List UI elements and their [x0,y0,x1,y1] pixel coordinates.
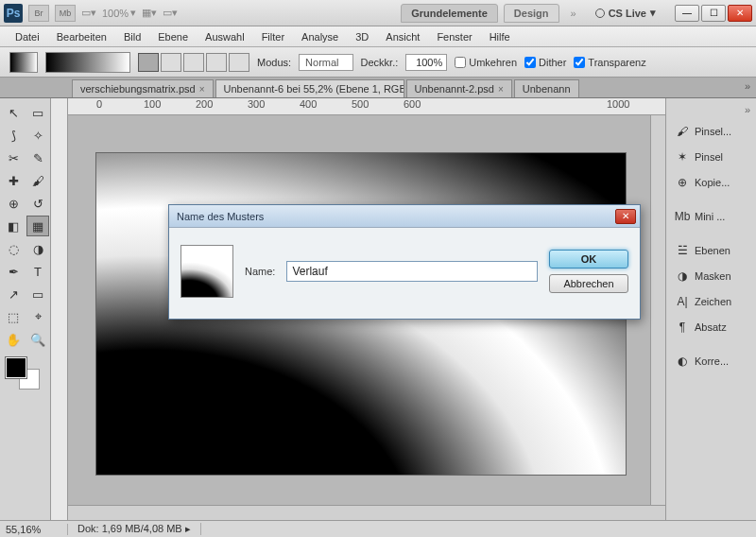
scrollbar-vertical[interactable] [650,115,665,505]
cslive-button[interactable]: CS Live ▾ [588,7,663,19]
menu-ebene[interactable]: Ebene [150,29,196,44]
panel-pinsel-preset[interactable]: 🖌Pinsel... [670,120,752,143]
menu-bearbeiten[interactable]: Bearbeiten [49,29,114,44]
panel-masken[interactable]: ◑Masken [670,265,752,287]
ruler-tick: 600 [404,98,421,110]
panel-zeichen[interactable]: A|Zeichen [670,290,752,313]
eyedropper-tool[interactable]: ✎ [26,147,49,168]
heal-tool[interactable]: ✚ [2,170,25,191]
tool-preset-dropdown[interactable] [9,52,38,73]
menu-analyse[interactable]: Analyse [294,29,346,44]
pen-tool[interactable]: ✒ [2,261,25,282]
doc-tab-0[interactable]: verschiebungsmatrix.psd× [72,79,214,97]
stamp-tool[interactable]: ⊕ [2,193,25,214]
doc-tab-3[interactable]: Unbenann [514,79,579,97]
type-tool[interactable]: T [26,261,49,282]
minibridge-icon[interactable]: Mb [55,5,76,22]
camera-tool[interactable]: ⌖ [26,306,49,327]
gradient-angle-button[interactable] [183,53,204,72]
pattern-name-input[interactable] [286,261,538,282]
history-brush-tool[interactable]: ↺ [26,193,49,214]
brush-tool[interactable]: 🖌 [26,170,49,191]
transparenz-checkbox[interactable]: Transparenz [574,57,645,68]
zoom-tool[interactable]: 🔍 [26,329,49,350]
menu-bild[interactable]: Bild [116,29,148,44]
menu-filter[interactable]: Filter [254,29,292,44]
panel-label: Mini ... [695,211,725,222]
workspace-more-icon[interactable]: » [565,8,582,19]
modus-select[interactable]: Normal [299,54,352,71]
workspace-tab-grundelemente[interactable]: Grundelemente [401,4,498,23]
doc-tab-1[interactable]: Unbenannt-6 bei 55,2% (Ebene 1, RGB/8) *… [215,79,404,97]
dialog-close-button[interactable]: ✕ [615,209,636,224]
shape-tool[interactable]: ▭ [26,284,49,304]
extras-dropdown[interactable]: ▭▾ [163,7,178,19]
scrollbar-horizontal[interactable] [68,505,665,520]
status-doc[interactable]: Dok: 1,69 MB/4,08 MB ▸ [68,523,201,535]
color-wells[interactable] [2,352,49,390]
panel-minibridge[interactable]: MbMini ... [670,205,752,228]
window-minimize-button[interactable]: — [675,5,699,22]
window-close-button[interactable]: ✕ [728,5,752,22]
crop-tool[interactable]: ✂ [2,147,25,168]
gradient-radial-button[interactable] [161,53,181,72]
adjustments-icon: ◐ [675,354,690,369]
arrange-dropdown[interactable]: ▦▾ [142,7,157,19]
menu-auswahl[interactable]: Auswahl [198,29,252,44]
ok-button[interactable]: OK [549,250,628,268]
gradient-diamond-button[interactable] [229,53,249,72]
gradient-preview[interactable] [45,52,130,73]
ruler-horizontal[interactable]: 0 100 200 300 400 500 600 1000 [68,98,665,115]
panel-ebenen[interactable]: ☱Ebenen [670,239,752,262]
tabs-overflow-icon[interactable]: » [745,80,750,92]
hand-tool[interactable]: ✋ [2,329,25,350]
marquee-tool[interactable]: ▭ [26,102,49,123]
blur-tool[interactable]: ◌ [2,238,25,259]
dialog-titlebar[interactable]: Name des Musters ✕ [169,205,640,228]
status-doc-label: Dok: [77,523,99,534]
menu-ansicht[interactable]: Ansicht [378,29,427,44]
workspace-tab-design[interactable]: Design [504,4,559,23]
ruler-vertical[interactable] [51,98,68,520]
ps-logo-icon: Ps [4,4,23,23]
gradient-reflected-button[interactable] [206,53,227,72]
close-icon[interactable]: × [498,84,504,95]
close-icon[interactable]: × [199,84,205,95]
menu-datei[interactable]: Datei [8,29,47,44]
ruler-tick: 0 [96,98,102,110]
status-zoom[interactable]: 55,16% [0,524,68,535]
deckkr-label: Deckkr.: [361,57,399,68]
eraser-tool[interactable]: ◧ [2,216,25,236]
lasso-tool[interactable]: ⟆ [2,125,25,146]
screen-mode-dropdown[interactable]: ▭▾ [81,7,96,19]
doc-tab-2[interactable]: Unbenannt-2.psd× [406,79,512,97]
options-bar: Modus: Normal Deckkr.: 100% Umkehren Dit… [0,47,756,78]
move-tool[interactable]: ↖ [2,102,25,123]
menu-fenster[interactable]: Fenster [429,29,479,44]
doc-tab-1-label: Unbenannt-6 bei 55,2% (Ebene 1, RGB/8) * [224,83,404,95]
path-tool[interactable]: ↗ [2,284,25,304]
panel-pinsel[interactable]: ✶Pinsel [670,146,752,168]
foreground-color-swatch[interactable] [6,357,26,378]
menu-3d[interactable]: 3D [348,29,376,44]
panel-collapse-icon[interactable]: » [743,102,752,117]
umkehren-checkbox[interactable]: Umkehren [455,57,517,68]
bridge-icon[interactable]: Br [28,5,49,22]
gradient-linear-button[interactable] [138,53,159,72]
3d-tool[interactable]: ⬚ [2,306,25,327]
panel-kopie[interactable]: ⊕Kopie... [670,171,752,194]
dither-checkbox[interactable]: Dither [524,57,566,68]
cancel-button[interactable]: Abbrechen [549,274,628,293]
window-maximize-button[interactable]: ☐ [701,5,726,22]
ruler-tick: 1000 [607,98,629,110]
menu-hilfe[interactable]: Hilfe [482,29,518,44]
layers-icon: ☱ [675,243,690,258]
dodge-tool[interactable]: ◑ [26,238,49,259]
gradient-tool[interactable]: ▦ [26,216,49,236]
zoom-dropdown[interactable]: 100% ▾ [102,7,136,19]
document-tabs: verschiebungsmatrix.psd× Unbenannt-6 bei… [0,78,756,98]
panel-korrekturen[interactable]: ◐Korre... [670,350,752,372]
panel-absatz[interactable]: ¶Absatz [670,316,752,338]
wand-tool[interactable]: ✧ [26,125,49,146]
deckkr-input[interactable]: 100% [405,54,447,71]
